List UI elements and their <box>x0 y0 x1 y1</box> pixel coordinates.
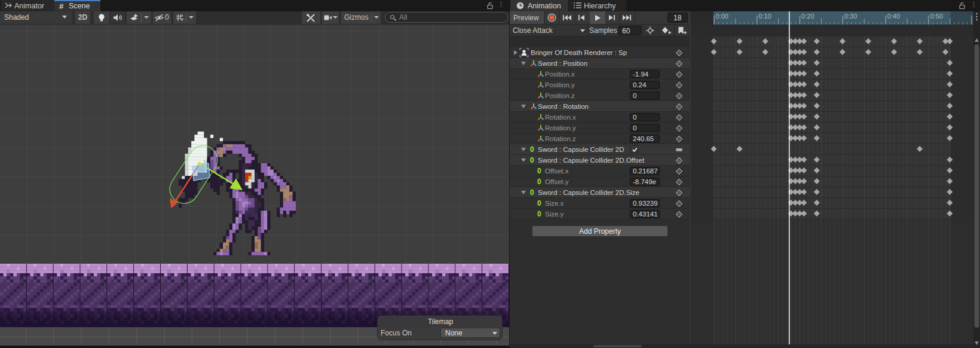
svg-text:0:40: 0:40 <box>887 13 900 20</box>
svg-text:0:20: 0:20 <box>801 13 814 20</box>
svg-text:0:00: 0:00 <box>716 13 728 20</box>
svg-text:0:10: 0:10 <box>758 13 771 20</box>
svg-text:0:50: 0:50 <box>930 13 943 20</box>
svg-text:0:30: 0:30 <box>844 13 857 20</box>
